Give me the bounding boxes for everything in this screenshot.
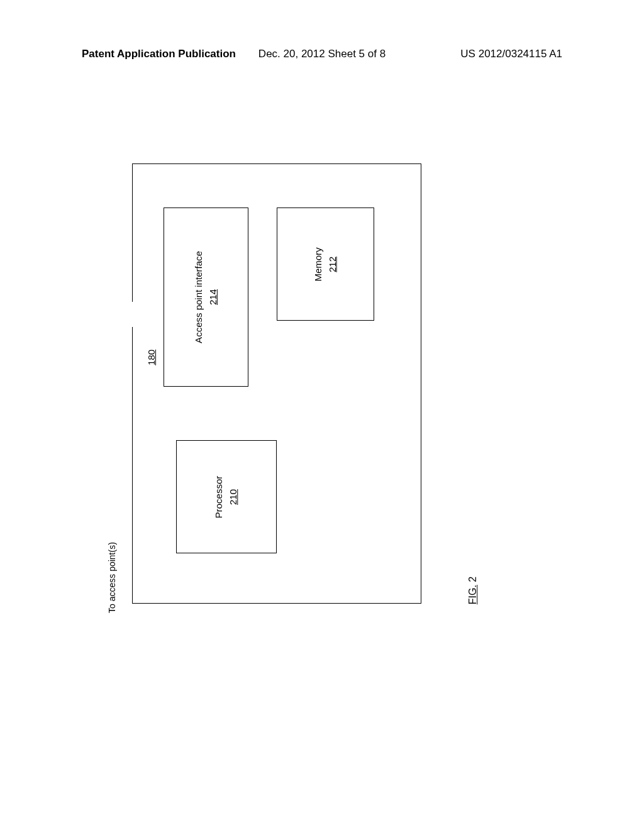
access-point-interface-block: Access point interface 214 [164, 208, 248, 387]
block-name: Processor [214, 475, 225, 518]
processor-block: Processor 210 [176, 440, 277, 553]
processor-label: Processor 210 [213, 475, 241, 518]
memory-block: Memory 212 [277, 208, 374, 321]
block-name: Access point interface [193, 251, 204, 343]
api-label: Access point interface 214 [192, 251, 220, 343]
block-ref: 210 [228, 489, 238, 504]
header-center: Dec. 20, 2012 Sheet 5 of 8 [258, 48, 386, 60]
figure-label: FIG. 2 [467, 577, 479, 604]
block-ref: 214 [208, 289, 218, 305]
block-ref: 212 [326, 256, 337, 272]
container-ref-number: 180 [146, 350, 157, 365]
figure-prefix: FIG. [467, 585, 478, 604]
header-right: US 2012/0324115 A1 [460, 48, 562, 60]
memory-label: Memory 212 [311, 247, 340, 281]
container-border-segment [132, 163, 133, 302]
header-left: Patent Application Publication [82, 48, 236, 60]
figure-diagram: 180 Processor 210 Memory 212 Access poin… [113, 163, 497, 604]
page-header: Patent Application Publication Dec. 20, … [0, 48, 644, 60]
to-access-points-label: To access point(s) [107, 542, 117, 613]
container-border-segment [132, 327, 133, 604]
figure-number: 2 [467, 577, 478, 582]
block-name: Memory [313, 247, 323, 281]
